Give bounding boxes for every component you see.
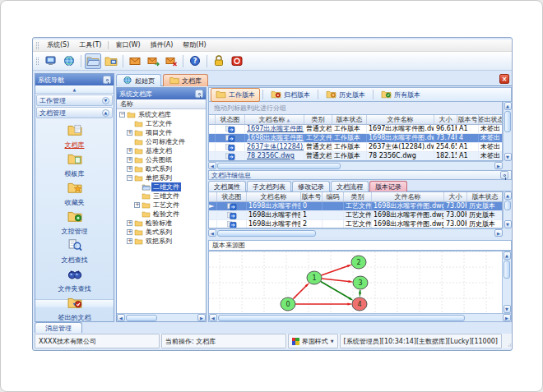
expand-icon[interactable]: + <box>127 229 132 235</box>
sidebar-panel-文档管理[interactable]: 文档管理▲ <box>36 107 113 118</box>
table2-vscrollbar[interactable]: ▲ ▼ <box>503 191 512 228</box>
mail-x-icon[interactable] <box>163 53 179 69</box>
sidebar-collapse-top[interactable]: ▲ <box>35 85 114 94</box>
sidebar-item-文件夹查找[interactable]: 文件夹查找 <box>58 267 91 293</box>
column-header-文件名称[interactable]: 文件名称 <box>372 192 444 201</box>
menu-item[interactable]: 窗口(W) <box>110 39 145 51</box>
monitor-icon[interactable] <box>43 53 59 69</box>
tree-node-美式系列[interactable]: +美式系列 <box>117 228 206 237</box>
version-node-1[interactable]: 1 <box>307 271 322 284</box>
lock-icon[interactable] <box>211 53 227 69</box>
column-header-类别[interactable]: 类别 <box>304 115 332 124</box>
tree-node-系统文档库[interactable]: −系统文档库 <box>117 110 206 119</box>
table-row[interactable]: 1698出水嘴零件图.dwg2工艺文件1698出水嘴零件图.dwg73.00KB… <box>209 220 502 228</box>
version-graph[interactable]: 01234 <box>209 251 502 313</box>
tree-node-欧式系列[interactable]: +欧式系列 <box>117 164 206 173</box>
version-node-0[interactable]: 0 <box>281 297 295 311</box>
pin-icon[interactable] <box>195 90 203 98</box>
tree-node-二维文件[interactable]: 二维文件 <box>117 182 206 191</box>
table-row[interactable]: 1698出水嘴零件图.dwg工艺文件工作版本1698出水嘴零件图.dwg73.7… <box>209 134 502 143</box>
menu-item[interactable]: 帮助(H) <box>178 39 211 51</box>
ui-style-selector[interactable]: 界面样式 ▼ <box>288 334 338 348</box>
table-row[interactable]: 2637主体(12284).dwg普通文档工作版本2637主体(12284).d… <box>209 143 502 152</box>
expand-icon[interactable]: + <box>134 202 140 208</box>
table-row[interactable]: 1697出水嘴零件图.dwg普通文档工作版本1697出水嘴零件图.dwg96.6… <box>209 125 502 134</box>
menu-item[interactable]: 插件(A) <box>146 39 179 51</box>
column-header-编码[interactable]: 编码 <box>323 192 344 201</box>
tree-node-工艺文件[interactable]: 工艺文件 <box>117 119 206 128</box>
exit-icon[interactable] <box>229 53 245 69</box>
table-row[interactable]: 1698出水嘴零件图.dwg1工艺文件1698出水嘴零件图.dwg73.00KB… <box>209 211 502 220</box>
tab-文档库[interactable]: 文档库 <box>163 74 208 86</box>
sidebar-item-模板库[interactable]: 模板库 <box>65 152 85 178</box>
tab-起始页[interactable]: 起始页 <box>116 74 161 86</box>
collapse-icon[interactable]: − <box>119 112 125 118</box>
pin-icon[interactable] <box>500 171 508 179</box>
tree-node-工艺文件[interactable]: +工艺文件 <box>117 201 206 210</box>
sidebar-item-文控管理[interactable]: 文控管理 <box>62 210 88 236</box>
tree-node-公共图纸[interactable]: +公共图纸 <box>117 155 206 164</box>
expand-icon[interactable]: + <box>127 157 132 163</box>
table2-hscrollbar[interactable]: ◀ ▶ <box>208 228 503 237</box>
column-header-签出状态[interactable]: 签出状态 <box>479 115 503 124</box>
column-header-大小[interactable]: 大小 <box>434 115 457 124</box>
column-header-版本号[interactable]: 版本号 <box>457 115 479 124</box>
menu-item[interactable]: 工具(T) <box>74 39 106 51</box>
message-management-tab[interactable]: 消息管理 <box>35 322 82 333</box>
expand-icon[interactable]: + <box>127 220 132 226</box>
detail-tab-修改记录[interactable]: 修改记录 <box>292 181 330 191</box>
menu-item[interactable]: 系统(S) <box>42 39 74 51</box>
mail-icon[interactable] <box>127 53 143 69</box>
sidebar-item-收藏夹[interactable]: 收藏夹 <box>65 181 85 207</box>
expand-icon[interactable]: + <box>127 238 132 244</box>
column-header-版本号[interactable]: 版本号 <box>301 192 323 201</box>
column-header-文档名称[interactable]: 文档名称▲ <box>245 115 304 124</box>
tree-node-项目文件[interactable]: +项目文件 <box>117 128 206 137</box>
table-row[interactable]: 78 2356C.dwg普通文档工作版本78 2356C.dwg182.15KB… <box>209 152 502 161</box>
table1-hscrollbar[interactable]: ◀ ▶ <box>208 161 503 169</box>
tree-node-基准文档[interactable]: +基准文档 <box>117 146 206 155</box>
tree-node-检验文件[interactable]: 检验文件 <box>117 210 206 219</box>
sidebar-item-文档查找[interactable]: 文档查找 <box>62 238 88 265</box>
tree-node-单把系列[interactable]: −单把系列 <box>117 173 206 182</box>
expand-icon[interactable]: + <box>127 166 132 172</box>
globe-icon[interactable] <box>61 53 77 69</box>
table-row[interactable]: ►1698出水嘴零件图.dwg0工艺文件1698出水嘴零件图.dwg73.00K… <box>209 202 502 211</box>
graph-vscrollbar[interactable]: ▲ ▼ <box>502 251 511 313</box>
expand-icon[interactable]: + <box>127 130 132 136</box>
tree-node-双把系列[interactable]: +双把系列 <box>117 237 206 246</box>
sidebar-item-文档库[interactable]: 文档库 <box>65 123 85 150</box>
column-header-版本状态[interactable]: 版本状态 <box>332 115 367 124</box>
detail-tab-版本记录[interactable]: 版本记录 <box>369 181 407 191</box>
version-node-4[interactable]: 4 <box>352 297 367 311</box>
table1-vscrollbar[interactable]: ▲ ▼ <box>503 102 512 161</box>
version-button-所有版本[interactable]: 所有版本 <box>376 88 425 102</box>
column-header-文档名称[interactable]: 文档名称 <box>247 192 301 201</box>
detail-tab-文档属性[interactable]: 文档属性 <box>208 181 246 191</box>
tree-hscrollbar[interactable]: ◀ ▶ <box>117 313 206 321</box>
folder-open-icon[interactable] <box>85 53 101 69</box>
tree-node-公司标准文件[interactable]: 公司标准文件 <box>117 137 206 146</box>
sidebar-item-签出的文档[interactable]: 签出的文档 <box>58 296 91 322</box>
column-header-类别[interactable]: 类别 <box>344 192 372 201</box>
column-header-文件名称[interactable]: 文件名称 <box>367 115 434 124</box>
graph-hscrollbar[interactable]: ◀ ▶ <box>209 313 511 321</box>
version-button-工作版本[interactable]: 工作版本 <box>211 88 260 102</box>
version-node-3[interactable]: 3 <box>353 276 368 289</box>
mail-send-icon[interactable] <box>145 53 161 69</box>
detail-tab-文档流程[interactable]: 文档流程 <box>331 181 369 191</box>
help-icon[interactable]: ? <box>187 53 203 69</box>
expand-icon[interactable]: + <box>127 148 132 154</box>
chevron-down-icon[interactable]: ▼ <box>102 97 109 104</box>
column-header-状态图[interactable]: 状态图 <box>216 115 245 124</box>
column-header-状态图[interactable]: 状态图 <box>217 192 247 201</box>
pin-icon[interactable] <box>103 76 111 84</box>
version-node-2[interactable]: 2 <box>351 256 366 269</box>
tree-node-检验标准[interactable]: +检验标准 <box>117 219 206 228</box>
detail-tab-子文档列表[interactable]: 子文档列表 <box>247 181 291 191</box>
sidebar-panel-工作管理[interactable]: 工作管理▼ <box>36 95 113 106</box>
version-button-归档版本[interactable]: 归档版本 <box>266 88 315 102</box>
close-icon[interactable]: × <box>499 74 509 84</box>
collapse-icon[interactable]: − <box>127 175 132 181</box>
column-header-版本状态[interactable]: 版本状态 <box>467 192 503 201</box>
